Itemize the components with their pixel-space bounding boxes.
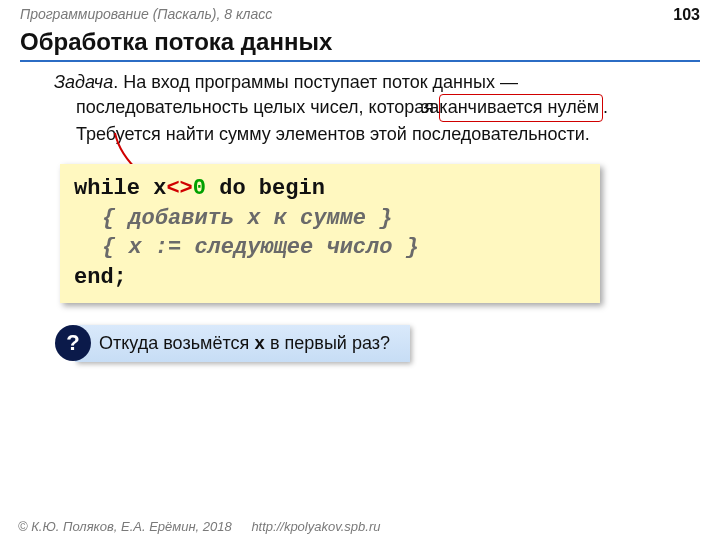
course-label: Программирование (Паскаль), 8 класс <box>20 6 272 24</box>
code-line-3: { x := следующее число } <box>74 233 586 263</box>
footer-link[interactable]: http://kpolyakov.spb.ru <box>251 519 380 534</box>
page-number: 103 <box>673 6 700 24</box>
task-paragraph: Задача. На вход программы поступает пото… <box>28 70 670 146</box>
question-box: Откуда возьмётся x в первый раз? <box>75 325 410 362</box>
task-lead: Задача <box>54 72 113 92</box>
code-line-1: while x<>0 do begin <box>74 174 586 204</box>
code-block: while x<>0 do begin { добавить x к сумме… <box>60 164 600 303</box>
highlight-ends-with-zero: заканчивается нулём <box>439 94 603 121</box>
question-pre: Откуда возьмётся <box>99 333 254 353</box>
question-row: ? Откуда возьмётся x в первый раз? <box>55 325 720 362</box>
question-post: в первый раз? <box>265 333 390 353</box>
code-line-2: { добавить x к сумме } <box>74 204 586 234</box>
question-mark-icon: ? <box>55 325 91 361</box>
header: Программирование (Паскаль), 8 класс 103 <box>0 0 720 26</box>
footer: © К.Ю. Поляков, Е.А. Ерёмин, 2018 http:/… <box>18 519 380 534</box>
footer-copyright: © К.Ю. Поляков, Е.А. Ерёмин, 2018 <box>18 519 232 534</box>
question-var: x <box>254 334 265 354</box>
code-line-4: end; <box>74 263 586 293</box>
page-title: Обработка потока данных <box>20 28 700 62</box>
